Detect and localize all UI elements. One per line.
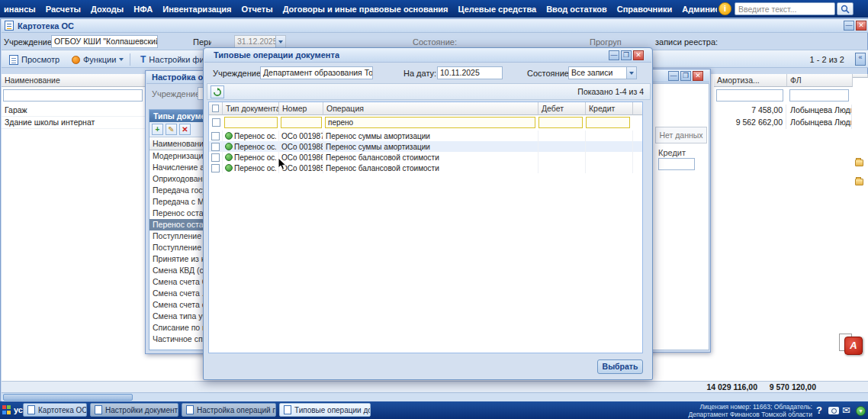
modal-institution-field[interactable]: Департамент образования Томск (260, 66, 373, 79)
period-end-field[interactable]: 31.12.2025 (234, 35, 286, 48)
select-all-checkbox[interactable] (212, 105, 219, 112)
menu-dogovory[interactable]: Договоры и иные правовые основания (283, 5, 448, 14)
row-checkbox[interactable] (211, 143, 220, 151)
column-header-number[interactable]: Номер (279, 102, 323, 115)
search-button[interactable] (837, 2, 854, 15)
person-filter-input[interactable] (789, 89, 849, 102)
table-row[interactable]: Перенос ос... ОСо 001985 Перенос балансо… (209, 163, 642, 173)
info-icon[interactable]: i (719, 2, 731, 15)
amortization-cell[interactable]: 7 458,00 (714, 105, 786, 117)
settings-institution-label: Учреждение: (152, 89, 202, 98)
row-checkbox[interactable] (211, 132, 220, 140)
maximize-button[interactable]: ❐ (680, 71, 691, 81)
chevron-down-icon (119, 58, 124, 63)
menu-dohody[interactable]: Доходы (91, 5, 124, 14)
amortization-filter-input[interactable] (716, 89, 783, 102)
collapse-panel-button[interactable]: « (855, 53, 866, 66)
view-button[interactable]: Просмотр (5, 53, 64, 66)
column-header-name[interactable]: Наименование (2, 74, 146, 87)
person-cell[interactable]: Лобынцева Людми... (787, 105, 852, 117)
minimize-button[interactable]: — (844, 21, 854, 31)
scrollbar-thumb[interactable] (3, 394, 133, 401)
menu-nfa[interactable]: НФА (133, 5, 153, 14)
close-button[interactable]: ✕ (633, 50, 644, 60)
screenshot-camera-icon[interactable] (828, 407, 839, 414)
close-button[interactable]: ✕ (856, 21, 866, 31)
help-icon[interactable]: ? (816, 404, 822, 416)
total-balance-value: 14 029 116,00 (690, 382, 757, 392)
credit-filter-input[interactable] (586, 117, 630, 128)
person-cell[interactable]: Лобынцева Людми... (787, 117, 852, 129)
horizontal-scrollbar[interactable] (2, 392, 868, 401)
menu-administrirovanie[interactable]: Администрирование (682, 5, 717, 14)
column-header-debit[interactable]: Дебет (538, 102, 586, 115)
refresh-icon (213, 88, 222, 97)
amortization-cell[interactable]: 9 562 662,00 (714, 117, 786, 129)
column-header-filler (633, 102, 642, 115)
column-header-person[interactable]: ФЛ (787, 74, 853, 87)
menu-spravochniki[interactable]: Справочники (617, 5, 673, 14)
name-filter-input[interactable] (3, 89, 143, 102)
select-button[interactable]: Выбрать (597, 359, 643, 374)
taskbar-item-kartoteka[interactable]: Картотека ОС (23, 403, 87, 417)
table-row[interactable]: Перенос ос... ОСо 001988 Перенос суммы а… (209, 141, 642, 152)
license-line1: Лицензия номер: 11663; Обладатель: (645, 403, 812, 411)
chevron-down-icon (626, 67, 636, 79)
table-row[interactable]: Гараж (2, 105, 146, 117)
pager-status: 1 - 2 из 2 (787, 55, 844, 64)
mail-icon[interactable]: ✉ (842, 404, 850, 416)
minimize-button[interactable]: — (668, 71, 679, 81)
typical-operations-modal: Типовые операции документа — ❐ ✕ Учрежде… (203, 47, 653, 380)
select-all-header[interactable] (209, 102, 223, 115)
tray-collapse-icon[interactable]: ▾ (856, 406, 866, 416)
doc-type-filter-input[interactable] (224, 117, 278, 128)
menu-raschety[interactable]: Расчеты (46, 5, 81, 14)
minimize-button[interactable]: — (609, 50, 619, 60)
chevron-down-icon (275, 36, 285, 47)
institution-field[interactable]: ОГБОУ КШИ "Колпашевский каде (51, 35, 158, 48)
menu-finance[interactable]: инансы (4, 5, 36, 14)
main-window-titlebar: Картотека ОС — ✕ (2, 19, 868, 33)
table-row[interactable]: Перенос ос... ОСо 001986 Перенос балансо… (209, 152, 642, 163)
menu-vvod-ostatkov[interactable]: Ввод остатков (546, 5, 607, 14)
menu-celevye[interactable]: Целевые средства (458, 5, 537, 14)
top-menubar: инансы Расчеты Доходы НФА Инвентаризация… (0, 0, 868, 18)
row-folder-icon[interactable] (855, 160, 863, 166)
row-folder-icon[interactable] (855, 179, 863, 185)
institution-label: Учреждение: (4, 37, 54, 47)
menu-inventarizaciya[interactable]: Инвентаризация (162, 5, 231, 14)
filter-checkbox[interactable] (212, 118, 220, 127)
close-button[interactable]: ✕ (693, 71, 703, 81)
row-checkbox[interactable] (211, 164, 220, 172)
operation-filter-input[interactable]: перено (325, 117, 535, 128)
toolbar-separator (130, 53, 130, 66)
credit-field[interactable] (658, 158, 695, 170)
table-row[interactable]: Здание школы интернат (2, 117, 146, 129)
debit-filter-input[interactable] (538, 117, 583, 128)
modal-date-field[interactable]: 10.11.2025 (437, 66, 503, 79)
taskbar-item-typical-operations[interactable]: Типовые операции докум... (279, 403, 371, 417)
functions-button[interactable]: Функции (67, 53, 128, 66)
modal-state-select[interactable]: Все записи (568, 66, 637, 79)
taskbar-item-operations-settings[interactable]: Настройка операций по доку... (182, 403, 276, 417)
delete-button[interactable]: ✕ (179, 124, 191, 135)
row-checkbox[interactable] (211, 153, 220, 162)
column-header-amortization[interactable]: Амортиза... (714, 74, 787, 87)
taskbar-item-doc-settings[interactable]: Настройки документов (... (90, 403, 178, 417)
signature-stamp-badge[interactable]: А (839, 334, 863, 356)
column-header-doc-type[interactable]: Тип документа (223, 102, 279, 115)
menu-otchety[interactable]: Отчеты (242, 5, 273, 14)
maximize-button[interactable]: ❐ (621, 50, 632, 60)
taskbar-item-icon (27, 405, 35, 414)
column-header-operation[interactable]: Операция (323, 102, 538, 115)
search-input[interactable] (735, 2, 835, 15)
add-button[interactable]: + (152, 124, 163, 135)
table-row[interactable]: Перенос ос... ОСо 001987 Перенос суммы а… (209, 131, 642, 141)
number-filter-input[interactable] (281, 117, 322, 128)
modal-grid: Тип документа Номер Операция Дебет Креди… (208, 102, 643, 353)
period-label: Пери (193, 37, 211, 47)
modal-titlebar[interactable]: Типовые операции документа — ❐ ✕ (204, 48, 651, 63)
refresh-button[interactable] (211, 85, 224, 98)
column-header-credit[interactable]: Кредит (586, 102, 633, 115)
edit-button[interactable]: ✎ (166, 124, 177, 135)
